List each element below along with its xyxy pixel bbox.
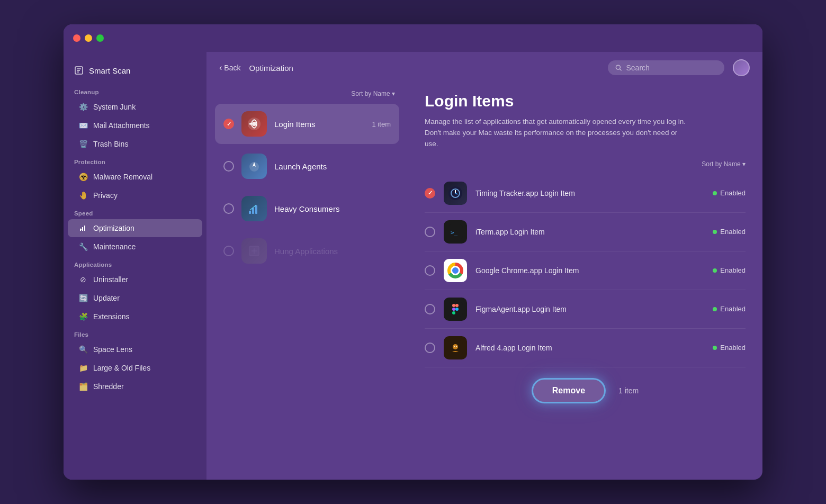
sidebar-item-smart-scan[interactable]: Smart Scan [64, 60, 206, 84]
alfred-radio[interactable] [425, 343, 435, 353]
figma-status: Enabled [713, 305, 746, 313]
svg-rect-27 [452, 304, 455, 307]
svg-point-34 [454, 346, 455, 347]
sidebar-item-label: Updater [93, 294, 120, 302]
main-layout: Smart Scan Cleanup ⚙️ System Junk ✉️ Mai… [64, 52, 762, 480]
svg-rect-31 [452, 311, 455, 314]
launch-agents-radio[interactable] [223, 161, 234, 172]
page-title: Optimization [249, 64, 599, 73]
applications-section-label: Applications [64, 256, 206, 270]
login-items-radio[interactable] [223, 119, 234, 129]
scan-item-login-items[interactable]: Login Items 1 item [215, 104, 399, 144]
sidebar-item-mail-attachments[interactable]: ✉️ Mail Attachments [68, 116, 202, 134]
sidebar-item-privacy[interactable]: 🤚 Privacy [68, 186, 202, 204]
shredder-icon: 🗂️ [78, 382, 88, 391]
extensions-icon: 🧩 [78, 312, 88, 321]
chrome-radio[interactable] [425, 265, 435, 276]
content-area: ‹ Back Optimization Sort [206, 52, 762, 480]
timing-radio[interactable] [425, 188, 435, 199]
space-lens-icon: 🔍 [78, 345, 88, 354]
right-sort-label: Sort by Name ▾ [702, 160, 746, 168]
login-item-row-alfred: Alfred 4.app Login Item Enabled [425, 329, 746, 367]
files-section-label: Files [64, 326, 206, 340]
iterm-status: Enabled [713, 228, 746, 236]
bottom-bar: Remove 1 item [425, 367, 746, 414]
iterm-app-icon: >_ [444, 220, 467, 244]
minimize-button[interactable] [85, 34, 92, 42]
sidebar-item-space-lens[interactable]: 🔍 Space Lens [68, 340, 202, 358]
timing-status: Enabled [713, 189, 746, 197]
sidebar-item-label: Privacy [93, 191, 118, 200]
mail-icon: ✉️ [78, 121, 88, 130]
alfred-label: Alfred 4.app Login Item [475, 344, 704, 352]
alfred-status: Enabled [713, 344, 746, 352]
chrome-status: Enabled [713, 266, 746, 274]
svg-text:>_: >_ [451, 229, 458, 236]
sidebar-item-optimization[interactable]: Optimization [68, 219, 202, 237]
svg-rect-29 [452, 308, 455, 311]
smart-scan-label: Smart Scan [89, 66, 130, 75]
content-header: ‹ Back Optimization [206, 52, 762, 84]
figma-label: FigmaAgent.app Login Item [475, 305, 704, 313]
login-item-row-chrome: Google Chrome.app Login Item Enabled [425, 251, 746, 290]
split-content: Sort by Name ▾ [206, 84, 762, 480]
scan-item-heavy-consumers[interactable]: Heavy Consumers [215, 188, 399, 229]
heavy-consumers-radio[interactable] [223, 203, 234, 214]
sidebar-item-label: Uninstaller [93, 275, 128, 284]
close-button[interactable] [73, 34, 80, 42]
sidebar-item-label: System Junk [93, 103, 136, 111]
search-icon [615, 64, 622, 71]
login-items-icon [241, 111, 267, 137]
alfred-status-label: Enabled [720, 344, 746, 352]
back-button[interactable]: ‹ Back [219, 63, 240, 73]
sidebar-item-large-old-files[interactable]: 📁 Large & Old Files [68, 359, 202, 377]
avatar-button[interactable] [733, 59, 750, 76]
iterm-status-label: Enabled [720, 228, 746, 236]
left-sort-bar[interactable]: Sort by Name ▾ [215, 88, 399, 102]
sidebar-item-label: Trash Bins [93, 140, 128, 148]
right-sort-bar[interactable]: Sort by Name ▾ [425, 160, 746, 168]
heavy-consumers-name: Heavy Consumers [274, 204, 391, 213]
hung-applications-radio [223, 246, 234, 256]
figma-app-icon [444, 298, 467, 321]
sidebar-item-extensions[interactable]: 🧩 Extensions [68, 308, 202, 326]
search-bar[interactable] [608, 60, 724, 75]
iterm-status-dot [713, 230, 717, 234]
system-junk-icon: ⚙️ [78, 102, 88, 112]
login-item-row-iterm: >_ iTerm.app Login Item Enabled [425, 213, 746, 251]
iterm-radio[interactable] [425, 227, 435, 237]
timing-label: Timing Tracker.app Login Item [475, 189, 704, 197]
search-input[interactable] [626, 64, 717, 72]
timing-status-label: Enabled [720, 189, 746, 197]
figma-radio[interactable] [425, 304, 435, 314]
hung-applications-icon [241, 238, 267, 264]
remove-button[interactable]: Remove [532, 378, 606, 403]
malware-icon: ☣️ [78, 172, 88, 182]
left-panel: Sort by Name ▾ [206, 84, 408, 480]
sidebar-item-label: Maintenance [93, 242, 136, 251]
scan-item-launch-agents[interactable]: Launch Agents [215, 146, 399, 186]
iterm-label: iTerm.app Login Item [475, 228, 704, 236]
svg-rect-15 [252, 208, 254, 214]
titlebar [64, 24, 762, 52]
sidebar-item-trash-bins[interactable]: 🗑️ Trash Bins [68, 135, 202, 153]
sidebar-item-malware-removal[interactable]: ☣️ Malware Removal [68, 168, 202, 186]
svg-point-9 [616, 65, 620, 69]
svg-rect-28 [455, 304, 459, 307]
sidebar-item-updater[interactable]: 🔄 Updater [68, 289, 202, 307]
back-chevron-icon: ‹ [219, 63, 222, 73]
detail-title: Login Items [425, 92, 746, 110]
sort-label: Sort by Name ▾ [351, 90, 395, 97]
sidebar: Smart Scan Cleanup ⚙️ System Junk ✉️ Mai… [64, 52, 206, 480]
files-icon: 📁 [78, 363, 88, 373]
sidebar-item-maintenance[interactable]: 🔧 Maintenance [68, 238, 202, 256]
sidebar-item-shredder[interactable]: 🗂️ Shredder [68, 377, 202, 395]
timing-app-icon [444, 182, 467, 205]
alfred-status-dot [713, 346, 717, 350]
sidebar-item-uninstaller[interactable]: ⊘ Uninstaller [68, 271, 202, 289]
timing-status-dot [713, 191, 717, 195]
sidebar-item-system-junk[interactable]: ⚙️ System Junk [68, 98, 202, 116]
smart-scan-icon [74, 66, 84, 75]
main-window: Smart Scan Cleanup ⚙️ System Junk ✉️ Mai… [64, 24, 762, 480]
maximize-button[interactable] [96, 34, 104, 42]
